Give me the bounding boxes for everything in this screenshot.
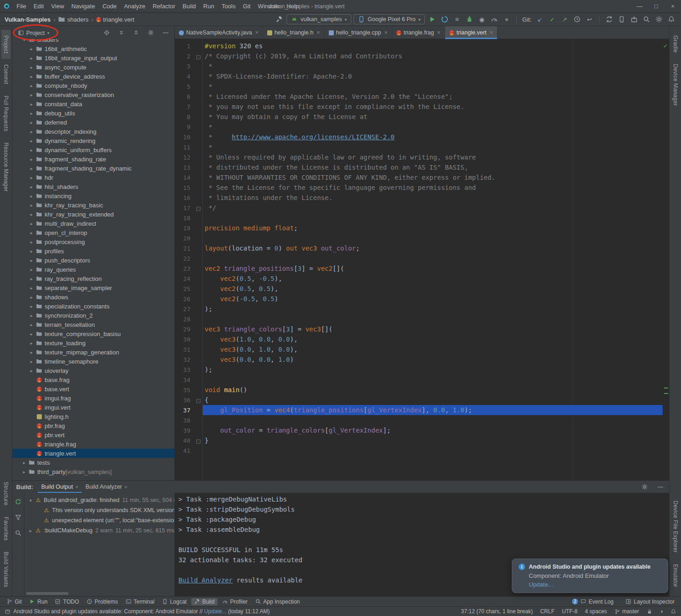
code-line-10[interactable]: * http://www.apache.org/licenses/LICENSE… bbox=[203, 132, 663, 142]
menu-tools[interactable]: Tools bbox=[218, 1, 239, 11]
code-line-22[interactable] bbox=[203, 253, 663, 263]
build-tree-item-buildcmakedebug[interactable]: ▸⚠:buildCMakeDebug2 warn11 min, 25 sec, … bbox=[24, 525, 174, 536]
menu-code[interactable]: Code bbox=[99, 1, 120, 11]
tab-close-icon[interactable]: × bbox=[490, 29, 493, 36]
code-line-29[interactable]: vec3 triangle_colors[3] = vec3[]( bbox=[203, 324, 663, 334]
editor-tab-hello-triangle-cpp[interactable]: hello_triangle.cpp× bbox=[325, 26, 392, 39]
code-line-34[interactable] bbox=[203, 375, 663, 385]
filter-icon[interactable] bbox=[13, 512, 23, 522]
fold-collapse-icon[interactable]: − bbox=[196, 55, 200, 59]
lock-icon[interactable] bbox=[647, 609, 652, 615]
settings-icon[interactable] bbox=[640, 482, 650, 492]
rollback-icon[interactable]: ↩ bbox=[584, 14, 595, 24]
code-line-26[interactable]: vec2(-0.5, 0.5) bbox=[203, 294, 663, 304]
tree-item-pbr-frag[interactable]: pbr.frag bbox=[12, 421, 174, 430]
toolwindow-app-inspection[interactable]: App Inspection bbox=[252, 598, 303, 605]
code-line-15[interactable]: * See the License for the specific langu… bbox=[203, 183, 663, 193]
tree-item-ray-tracing-reflection[interactable]: ▸ray_tracing_reflection bbox=[12, 274, 174, 283]
toolwindow-todo[interactable]: TODO bbox=[52, 598, 81, 605]
tree-item-shadows[interactable]: ▸shadows bbox=[12, 292, 174, 302]
code-line-20[interactable] bbox=[203, 233, 663, 243]
menu-refactor[interactable]: Refactor bbox=[149, 1, 179, 11]
tab-close-icon[interactable]: × bbox=[384, 29, 388, 36]
tree-item-texture-loading[interactable]: ▸texture_loading bbox=[12, 338, 174, 348]
collapse-all-icon[interactable] bbox=[131, 28, 141, 38]
code-line-9[interactable]: * bbox=[203, 122, 663, 132]
tree-item-third-party[interactable]: ▸third_party [vulkan_samples] bbox=[12, 467, 174, 476]
toolwindow-git[interactable]: Git bbox=[4, 598, 24, 605]
editor-body[interactable]: 12−34567891011121314151617−1819202122232… bbox=[175, 39, 669, 480]
commit-icon[interactable]: ✓ bbox=[547, 14, 557, 24]
fold-end-icon[interactable]: − bbox=[196, 439, 200, 444]
tree-item-specialization-constants[interactable]: ▸specialization_constants bbox=[12, 302, 174, 311]
tree-item-fragment-shading-rate-dynamic[interactable]: ▸fragment_shading_rate_dynamic bbox=[12, 164, 174, 173]
find-icon[interactable] bbox=[13, 528, 23, 538]
project-view-dropdown[interactable]: Project ▾ bbox=[16, 29, 52, 37]
code-line-13[interactable]: * distributed under the License is distr… bbox=[203, 162, 663, 172]
code-line-1[interactable]: #version 320 es bbox=[203, 41, 663, 51]
git-branch-widget[interactable]: master bbox=[614, 608, 639, 615]
code-line-16[interactable]: * limitations under the License. bbox=[203, 193, 663, 203]
fold-end-icon[interactable]: − bbox=[196, 207, 200, 211]
tree-item-dynamic-rendering[interactable]: ▸dynamic_rendering bbox=[12, 136, 174, 145]
menu-analyze[interactable]: Analyze bbox=[120, 1, 149, 11]
tree-item-async-compute[interactable]: ▸async_compute bbox=[12, 63, 174, 72]
hide-panel-icon[interactable]: — bbox=[655, 482, 665, 492]
window-menu-icon[interactable] bbox=[5, 609, 11, 615]
code-line-2[interactable]: /* Copyright (c) 2019, Arm Limited and C… bbox=[203, 51, 663, 61]
tree-item-open-cl-interop[interactable]: ▸open_cl_interop bbox=[12, 228, 174, 237]
tree-item-multi-draw-indirect[interactable]: ▸multi_draw_indirect bbox=[12, 219, 174, 228]
build-tree-panel[interactable]: ▾⚠Build android_gradle: finished11 min, … bbox=[24, 493, 175, 596]
tree-item-timeline-semaphore[interactable]: ▸timeline_semaphore bbox=[12, 357, 174, 366]
tool-stripe-emulator[interactable]: Emulator bbox=[671, 559, 680, 593]
rerun-build-icon[interactable] bbox=[13, 496, 23, 507]
toolwindow-event-log[interactable]: 2Event Log bbox=[569, 598, 617, 605]
toolwindow-profiler[interactable]: Profiler bbox=[219, 598, 251, 605]
tree-item-lighting-h[interactable]: lighting.h bbox=[12, 412, 174, 421]
maximize-button[interactable]: □ bbox=[648, 0, 664, 13]
editor-scrollbar[interactable]: ✓ bbox=[663, 39, 669, 480]
menu-build[interactable]: Build bbox=[179, 1, 200, 11]
tool-stripe-project[interactable]: Project bbox=[1, 30, 11, 59]
tool-stripe-structure[interactable]: Structure bbox=[1, 476, 11, 511]
inspection-ok-icon[interactable]: ✓ bbox=[663, 43, 668, 49]
tab-close-icon[interactable]: × bbox=[124, 484, 127, 490]
tree-item-khr-ray-tracing-extended[interactable]: ▸khr_ray_tracing_extended bbox=[12, 210, 174, 219]
fold-collapse-icon[interactable]: − bbox=[196, 399, 200, 403]
code-line-33[interactable]: ); bbox=[203, 365, 663, 375]
notification-update-link[interactable]: Update... bbox=[529, 581, 661, 588]
tree-item-16bit-storage-input-output[interactable]: ▸16bit_storage_input_output bbox=[12, 53, 174, 63]
toolwindow-terminal[interactable]: Terminal bbox=[123, 598, 157, 605]
tool-stripe-build-variants[interactable]: Build Variants bbox=[1, 546, 11, 593]
tree-item-conservative-rasterization[interactable]: ▸conservative_rasterization bbox=[12, 90, 174, 99]
tree-item-uioverlay[interactable]: ▸uioverlay bbox=[12, 366, 174, 375]
profiler-icon[interactable] bbox=[489, 14, 499, 24]
code-link[interactable]: http://www.apache.org/licenses/LICENSE-2… bbox=[232, 133, 395, 141]
breadcrumb-item-vulkan-samples[interactable]: Vulkan-Samples bbox=[5, 16, 51, 23]
breadcrumb-item-triangle-vert[interactable]: triangle.vert bbox=[96, 16, 134, 23]
code-line-40[interactable]: } bbox=[203, 435, 663, 445]
hide-panel-icon[interactable]: — bbox=[160, 28, 171, 38]
code-line-23[interactable]: vec2 triangle_positions[3] = vec2[]( bbox=[203, 263, 663, 274]
code-line-4[interactable]: * SPDX-License-Identifier: Apache-2.0 bbox=[203, 71, 663, 81]
code-line-17[interactable]: */ bbox=[203, 203, 663, 213]
build-tree-item-unexpected-element-uri-local-base-extension[interactable]: ⚠unexpected element (uri:"", local:"base… bbox=[24, 515, 174, 525]
code-line-28[interactable] bbox=[203, 314, 663, 324]
encoding-indicator[interactable]: UTF-8 bbox=[562, 608, 578, 615]
menu-file[interactable]: File bbox=[13, 1, 30, 11]
toolwindow-layout-inspector[interactable]: Layout Inspector bbox=[623, 598, 677, 605]
build-analyzer-link[interactable]: Build Analyzer bbox=[178, 576, 233, 584]
toolwindow-build[interactable]: Build bbox=[191, 598, 217, 605]
tree-item-khr-ray-tracing-basic[interactable]: ▸khr_ray_tracing_basic bbox=[12, 200, 174, 210]
tree-item-hdr[interactable]: ▸hdr bbox=[12, 173, 174, 182]
close-button[interactable]: × bbox=[664, 0, 681, 13]
debug-icon[interactable] bbox=[464, 14, 475, 24]
build-tab-build-analyzer[interactable]: Build Analyzer× bbox=[82, 481, 131, 493]
code-line-41[interactable] bbox=[203, 445, 663, 456]
code-line-27[interactable]: ); bbox=[203, 304, 663, 314]
code-area[interactable]: #version 320 es/* Copyright (c) 2019, Ar… bbox=[203, 39, 663, 480]
editor-tab-triangle-vert[interactable]: triangle.vert× bbox=[445, 26, 498, 39]
indent-indicator[interactable]: 4 spaces bbox=[585, 608, 607, 615]
editor-tab-triangle-frag[interactable]: triangle.frag× bbox=[392, 26, 445, 39]
line-ending-indicator[interactable]: CRLF bbox=[540, 608, 555, 615]
